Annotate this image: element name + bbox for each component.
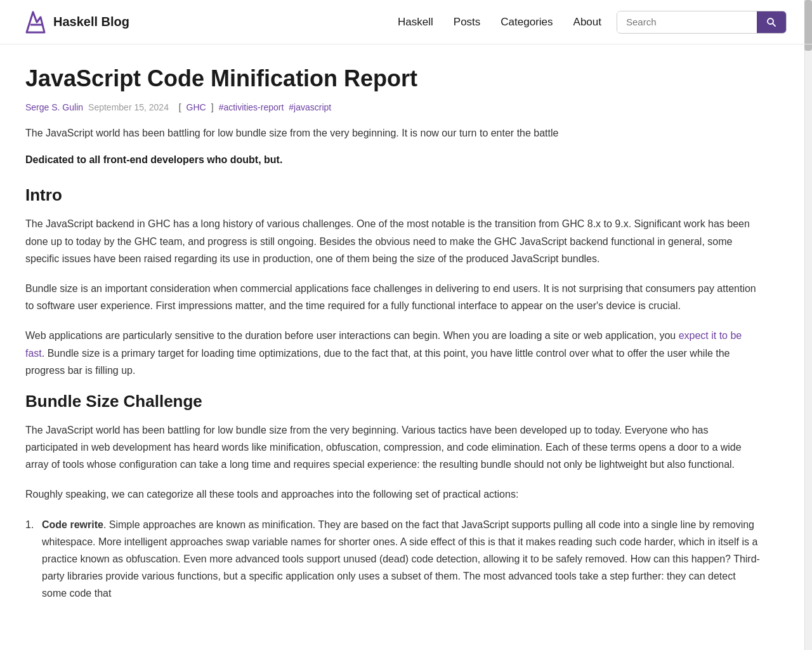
meta-bracket-close: ] [211,102,214,112]
list-item-bold: Code rewrite [42,519,103,530]
list-content: Code rewrite. Simple approaches are know… [42,516,761,602]
logo-text: Haskell Blog [53,15,129,29]
list-item: 1. Code rewrite. Simple approaches are k… [25,516,761,602]
main-content: JavaScript Code Minification Report Serg… [0,44,787,648]
nav-posts[interactable]: Posts [454,16,481,29]
article-author[interactable]: Serge S. Gulin [25,102,83,112]
section-heading-intro: Intro [25,185,761,205]
search-icon [766,17,777,28]
search-button[interactable] [757,11,786,33]
expect-fast-link[interactable]: expect it to be fast [25,330,742,358]
meta-date: September 15, 2024 [88,102,169,112]
logo-icon [25,11,48,34]
article-title: JavaScript Code Minification Report [25,65,761,92]
svg-marker-0 [27,12,44,32]
list-number: 1. [25,516,38,602]
article-paragraph-4: The JavaScript world has been battling f… [25,421,761,474]
search-input[interactable] [617,11,757,32]
search-area [617,11,787,34]
article-paragraph-1: The JavaScript backend in GHC has a long… [25,215,761,267]
article-paragraph-3: Web applications are particularly sensit… [25,327,761,379]
article-dedication: Dedicated to all front-end developers wh… [25,152,761,168]
nav-categories[interactable]: Categories [501,16,553,29]
section-heading-bundle: Bundle Size Challenge [25,392,761,411]
meta-tag-javascript[interactable]: #javascript [289,102,331,112]
article-paragraph-5: Roughly speaking, we can categorize all … [25,486,761,503]
nav-haskell[interactable]: Haskell [398,16,433,29]
nav-about[interactable]: About [573,16,601,29]
article-intro: The JavaScript world has been battling f… [25,125,761,142]
header: Haskell Blog Haskell Posts Categories Ab… [0,0,812,44]
article-paragraph-2: Bundle size is an important consideratio… [25,280,761,314]
practical-actions-list: 1. Code rewrite. Simple approaches are k… [25,516,761,602]
article-meta: Serge S. Gulin September 15, 2024 [GHC] … [25,102,761,112]
scrollbar-track[interactable] [804,0,812,650]
meta-tag-activities[interactable]: #activities-report [219,102,284,112]
meta-tag-ghc[interactable]: GHC [187,102,206,112]
main-nav: Haskell Posts Categories About [398,16,601,29]
svg-line-3 [773,23,775,25]
meta-bracket-open: [ [174,102,181,112]
logo-link[interactable]: Haskell Blog [25,11,129,34]
